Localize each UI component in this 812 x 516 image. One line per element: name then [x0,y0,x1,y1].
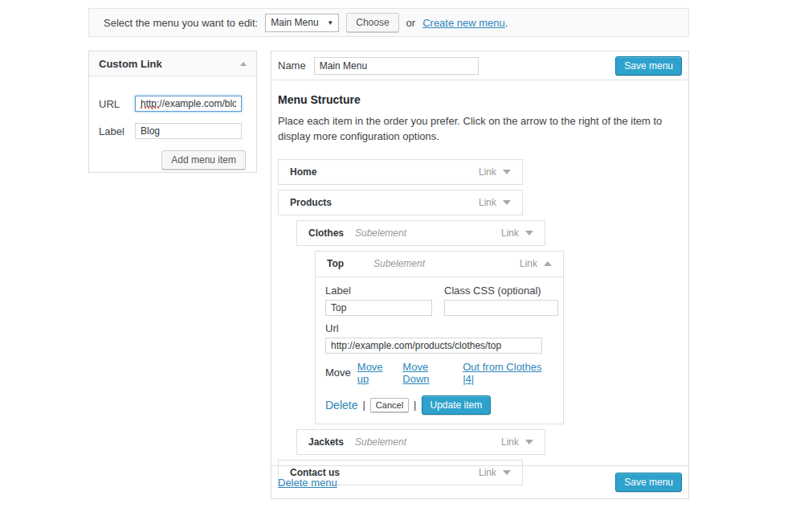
custom-link-header[interactable]: Custom Link [89,51,256,76]
menu-item-clothes[interactable]: Clothes Subelement Link [296,220,545,246]
menu-item-jackets[interactable]: Jackets Subelement Link [296,429,545,455]
menu-item-type: Link [479,197,496,208]
custom-link-title: Custom Link [99,58,162,70]
subelement-tag: Subelement [373,258,425,269]
delete-item-link[interactable]: Delete [325,399,357,412]
menu-item-top-expanded: Top Subelement Link Label Class CSS (opt… [315,251,564,424]
menu-item-top-header[interactable]: Top Subelement Link [316,252,563,277]
custom-link-panel: Custom Link URL Label Add menu item [88,51,257,173]
item-label-field: Label [325,285,432,316]
subelement-tag: Subelement [355,227,406,239]
item-label-input[interactable] [325,300,432,316]
chevron-down-icon[interactable] [503,200,511,205]
menu-item-label: Home [290,166,332,178]
item-url-input[interactable] [325,338,542,354]
chevron-down-icon[interactable] [503,170,511,174]
item-css-field: Class CSS (optional) [444,285,558,316]
custom-link-body: URL Label Add menu item [89,76,256,170]
item-action-row: Delete | Cancel | Update item [325,395,553,415]
select-menu-label: Select the menu you want to edit: [104,17,258,29]
menu-item-type: Link [479,166,496,178]
item-url-field-label: Url [325,322,553,334]
menu-select[interactable]: Main Menu ▼ [265,14,339,32]
cancel-button[interactable]: Cancel [370,398,409,412]
menu-item-products[interactable]: Products Link [278,190,523,215]
chevron-up-icon[interactable] [544,261,552,266]
save-menu-button-bottom[interactable]: Save menu [615,473,682,492]
menu-select-bar: Select the menu you want to edit: Main M… [88,8,689,37]
update-item-button[interactable]: Update item [422,395,492,415]
or-text: or [406,17,416,29]
url-field-row: URL [99,96,247,112]
menu-item-label: Clothes [308,227,350,239]
delete-menu-link[interactable]: Delete menu [278,477,337,489]
separator: | [414,399,416,411]
chevron-down-icon[interactable] [525,231,533,235]
move-label: Move [325,367,351,379]
menu-name-input[interactable] [314,57,479,75]
item-label-field-label: Label [325,285,432,297]
chevron-down-icon[interactable] [525,440,533,444]
label-field-row: Label [99,123,247,139]
item-config-form: Label Class CSS (optional) Url Move Move… [316,277,563,424]
move-down-link[interactable]: Move Down [402,361,456,385]
create-new-menu-link[interactable]: Create new menu [422,17,505,29]
custom-link-label-input[interactable] [135,123,242,139]
menu-select-value: Main Menu [271,17,318,28]
menu-item-label: Jackets [308,436,350,448]
menu-structure-section: Menu Structure Place each item in the or… [271,80,688,497]
select-caret-icon: ▼ [327,19,333,27]
choose-button[interactable]: Choose [346,13,398,32]
item-css-field-label: Class CSS (optional) [444,285,558,297]
collapse-arrow-icon[interactable] [240,62,247,66]
move-controls: Move Move up Move Down Out from Clothes … [325,361,553,385]
separator: | [362,399,365,411]
menu-editor-footer: Delete menu Save menu [271,465,688,498]
menu-editor-panel: Name Save menu Menu Structure Place each… [271,51,689,499]
move-out-link[interactable]: Out from Clothes |4| [463,361,553,385]
custom-link-url-input[interactable] [135,96,242,112]
name-label: Name [278,59,306,72]
menu-item-type: Link [520,258,537,269]
menu-structure-description: Place each item in the order you prefer.… [278,114,683,145]
label-label: Label [99,125,135,137]
menu-item-label: Products [290,197,332,208]
period-text: . [505,17,508,29]
menu-item-label: Top [327,258,369,269]
menu-item-home[interactable]: Home Link [278,159,523,185]
menu-item-type: Link [501,227,519,239]
save-menu-button-top[interactable]: Save menu [615,56,682,76]
add-menu-item-button[interactable]: Add menu item [161,150,246,170]
menu-name-row: Name Save menu [271,51,688,80]
menu-structure-title: Menu Structure [278,93,682,106]
move-up-link[interactable]: Move up [357,361,397,385]
menu-item-type: Link [501,436,519,448]
url-label: URL [99,98,135,110]
item-css-input[interactable] [444,300,558,316]
subelement-tag: Subelement [355,436,406,448]
